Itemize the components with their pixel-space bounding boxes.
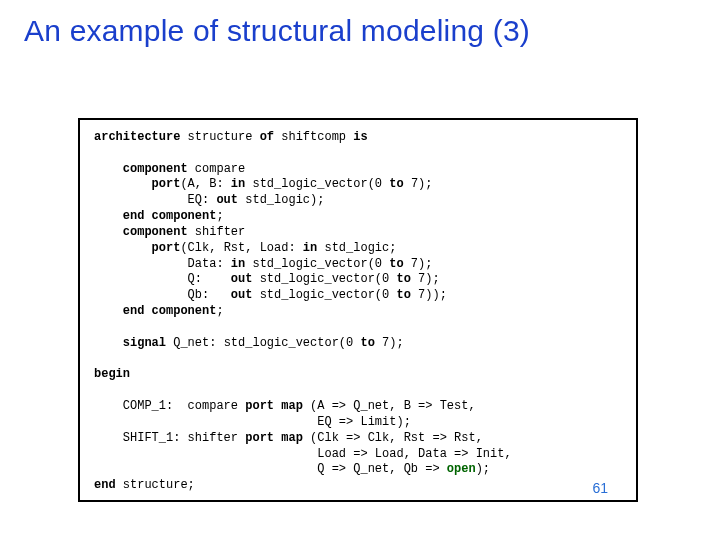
txt: EQ: bbox=[94, 193, 216, 207]
txt: std_logic); bbox=[238, 193, 324, 207]
kw-begin: begin bbox=[94, 367, 130, 381]
txt: shiftcomp bbox=[274, 130, 353, 144]
txt: 7)); bbox=[411, 288, 447, 302]
txt: std_logic_vector(0 bbox=[252, 288, 396, 302]
kw-component: component bbox=[94, 225, 188, 239]
kw-signal: signal bbox=[94, 336, 166, 350]
txt: ; bbox=[216, 304, 223, 318]
page-number: 61 bbox=[592, 480, 608, 496]
kw-open: open bbox=[447, 462, 476, 476]
txt: (Clk => Clk, Rst => Rst, bbox=[303, 431, 483, 445]
code-listing: architecture structure of shiftcomp is c… bbox=[94, 130, 622, 494]
kw-out: out bbox=[231, 272, 253, 286]
kw-component: component bbox=[94, 162, 188, 176]
kw-to: to bbox=[396, 288, 410, 302]
kw-out: out bbox=[216, 193, 238, 207]
txt: 7); bbox=[375, 336, 404, 350]
txt: std_logic_vector(0 bbox=[252, 272, 396, 286]
txt: std_logic_vector(0 bbox=[245, 257, 389, 271]
slide: An example of structural modeling (3) ar… bbox=[0, 0, 720, 540]
txt: 7); bbox=[404, 177, 433, 191]
kw-end: end bbox=[94, 478, 116, 492]
txt: 7); bbox=[411, 272, 440, 286]
txt: ; bbox=[216, 209, 223, 223]
kw-port: port bbox=[94, 177, 180, 191]
kw-to: to bbox=[360, 336, 374, 350]
slide-title: An example of structural modeling (3) bbox=[24, 14, 696, 48]
txt: shifter bbox=[188, 225, 246, 239]
txt: (A => Q_net, B => Test, bbox=[303, 399, 476, 413]
kw-port-map: port map bbox=[245, 399, 303, 413]
kw-in: in bbox=[231, 257, 245, 271]
kw-architecture: architecture bbox=[94, 130, 180, 144]
kw-end-component: end component bbox=[94, 209, 216, 223]
code-box: architecture structure of shiftcomp is c… bbox=[78, 118, 638, 502]
txt: Load => Load, Data => Init, bbox=[94, 447, 512, 461]
txt: compare bbox=[188, 162, 246, 176]
txt: (A, B: bbox=[180, 177, 230, 191]
txt: structure bbox=[180, 130, 259, 144]
txt: Q: bbox=[94, 272, 231, 286]
kw-end-component: end component bbox=[94, 304, 216, 318]
txt: Q => Q_net, Qb => bbox=[94, 462, 447, 476]
kw-port-map: port map bbox=[245, 431, 303, 445]
kw-is: is bbox=[353, 130, 367, 144]
txt: SHIFT_1: shifter bbox=[94, 431, 245, 445]
kw-out: out bbox=[231, 288, 253, 302]
txt: EQ => Limit); bbox=[94, 415, 411, 429]
txt: Qb: bbox=[94, 288, 231, 302]
kw-of: of bbox=[260, 130, 274, 144]
txt: std_logic_vector(0 bbox=[245, 177, 389, 191]
kw-to: to bbox=[396, 272, 410, 286]
kw-in: in bbox=[231, 177, 245, 191]
kw-to: to bbox=[389, 257, 403, 271]
txt: ); bbox=[476, 462, 490, 476]
kw-port: port bbox=[94, 241, 180, 255]
txt: 7); bbox=[404, 257, 433, 271]
kw-in: in bbox=[303, 241, 317, 255]
txt: Data: bbox=[94, 257, 231, 271]
txt: (Clk, Rst, Load: bbox=[180, 241, 302, 255]
txt: structure; bbox=[116, 478, 195, 492]
txt: Q_net: std_logic_vector(0 bbox=[166, 336, 360, 350]
kw-to: to bbox=[389, 177, 403, 191]
txt: COMP_1: compare bbox=[94, 399, 245, 413]
txt: std_logic; bbox=[317, 241, 396, 255]
